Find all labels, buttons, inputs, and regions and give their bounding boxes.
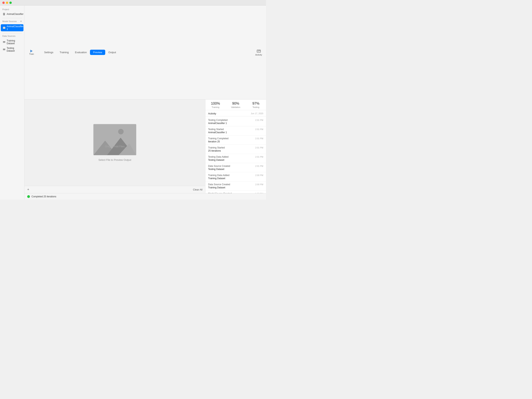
activity-entry-time: 2:01 PM xyxy=(255,119,263,121)
activity-title: Activity xyxy=(208,112,216,115)
play-icon xyxy=(30,50,33,52)
document-icon xyxy=(3,13,6,15)
status-message: Completed 25 iterations xyxy=(32,195,56,198)
testing-dataset-item[interactable]: Testing Dataset xyxy=(1,46,24,53)
tab-output[interactable]: Output xyxy=(105,50,119,55)
add-model-source-button[interactable]: + xyxy=(20,20,22,23)
activity-panel: 100% Training 90% Validation 97% Testing… xyxy=(205,100,266,193)
activity-entry: Testing Data Added 2:01 PM Testing Datas… xyxy=(205,154,266,163)
activity-entry-name: Training Dataset xyxy=(208,177,263,180)
activity-entry-time: 2:00 PM xyxy=(255,174,263,177)
model-icon xyxy=(3,26,6,29)
stat-validation-value: 90% xyxy=(232,101,239,106)
stat-training: 100% Training xyxy=(205,101,226,108)
activity-icon xyxy=(257,49,261,53)
image-placeholder xyxy=(93,124,136,155)
svg-point-7 xyxy=(5,28,5,28)
activity-entry-time: 2:01 PM xyxy=(255,156,263,158)
stat-testing-label: Testing xyxy=(253,106,259,108)
app-body: Project AnimalClassifier Model Sources +… xyxy=(0,6,266,200)
activity-header: Activity Jun 17, 2020 xyxy=(205,110,266,116)
activity-entry-name: Testing Dataset xyxy=(208,168,263,171)
svg-point-5 xyxy=(3,28,4,28)
mountain-shape xyxy=(94,124,136,155)
activity-entry-name: Iteration 25 xyxy=(208,140,263,143)
sidebar-divider-2 xyxy=(2,33,22,33)
stat-testing-value: 97% xyxy=(252,101,259,106)
activity-entry: Data Source Created 2:00 PM Training Dat… xyxy=(205,182,266,191)
drop-zone[interactable]: Select File to Preview Output xyxy=(25,100,205,186)
activity-entry-name: Testing Dataset xyxy=(208,159,263,161)
tab-training[interactable]: Training xyxy=(57,50,72,55)
activity-entry: Training Completed 2:01 PM Iteration 25 xyxy=(205,136,266,145)
stats-bar: 100% Training 90% Validation 97% Testing xyxy=(205,100,266,110)
tab-settings[interactable]: Settings xyxy=(41,50,57,55)
activity-entry-time: 2:01 PM xyxy=(255,165,263,167)
activity-entry-type: Training Started xyxy=(208,146,225,149)
maximize-button[interactable] xyxy=(9,2,12,4)
nav-tabs: Settings Training Evaluation Preview Out… xyxy=(41,50,119,55)
add-files-button[interactable]: + xyxy=(27,188,29,192)
activity-entry: Data Source Created 2:01 PM Testing Data… xyxy=(205,163,266,172)
dataset-icon-2 xyxy=(3,48,6,51)
close-button[interactable] xyxy=(2,2,5,4)
activity-entry-name: 25 iterations xyxy=(208,149,263,152)
activity-entry-type: Training Data Added xyxy=(208,174,229,177)
tab-preview[interactable]: Preview xyxy=(90,50,105,55)
train-button[interactable]: Train xyxy=(26,50,37,55)
activity-entry: Training Data Added 2:00 PM Training Dat… xyxy=(205,172,266,182)
activity-entry-time: 2:00 PM xyxy=(255,183,263,186)
stat-testing: 97% Testing xyxy=(246,101,266,108)
traffic-lights xyxy=(2,2,12,4)
status-bar: Completed 25 iterations xyxy=(25,193,266,200)
stat-validation: 90% Validation xyxy=(226,101,246,108)
activity-button[interactable]: Activity xyxy=(253,49,264,56)
activity-entry-name: Training Dataset xyxy=(208,186,263,189)
project-name: AnimalClassifier xyxy=(7,13,24,15)
activity-entry-name: AnimalClassifier 1 xyxy=(208,131,263,134)
svg-rect-11 xyxy=(3,49,5,49)
model-sources-header: Model Sources + xyxy=(0,20,24,24)
testing-dataset-label: Testing Dataset xyxy=(7,47,21,52)
svg-rect-1 xyxy=(4,13,5,14)
activity-entry-type: Testing Data Added xyxy=(208,156,228,158)
activity-entry-name: AnimalClassifier 1 xyxy=(208,122,263,125)
stat-training-label: Training xyxy=(212,106,219,108)
main-footer: + Clear All xyxy=(25,186,205,193)
model-sources-label: Model Sources xyxy=(2,20,17,23)
project-label: Project xyxy=(0,8,24,12)
drag-text: Drag or Add Files xyxy=(105,145,125,148)
model-source-item[interactable]: AnimalClassifier 1 xyxy=(1,24,24,31)
main-area: Select File to Preview Output Drag or Ad… xyxy=(25,100,205,193)
tab-evaluation[interactable]: Evaluation xyxy=(72,50,90,55)
activity-entry-time: 2:01 PM xyxy=(255,146,263,149)
stat-validation-label: Validation xyxy=(231,106,240,108)
activity-entry: Testing Started 2:01 PM AnimalClassifier… xyxy=(205,126,266,136)
activity-entry-type: Data Source Created xyxy=(208,183,230,186)
activity-entry-type: Testing Started xyxy=(208,128,224,131)
model-source-name: AnimalClassifier 1 xyxy=(7,25,24,31)
title-bar xyxy=(0,0,266,6)
activity-entry: Model Source Created 1:58 PM AnimalClass… xyxy=(205,191,266,193)
svg-rect-9 xyxy=(3,41,5,42)
dataset-icon-1 xyxy=(3,41,6,44)
training-dataset-item[interactable]: Training Dataset xyxy=(1,38,24,45)
stat-training-value: 100% xyxy=(211,101,220,106)
activity-entry-time: 2:01 PM xyxy=(255,137,263,140)
activity-entry-type: Training Completed xyxy=(208,137,228,140)
sidebar-divider-1 xyxy=(2,18,22,18)
sun-shape xyxy=(118,129,124,134)
activity-entry-time: 2:01 PM xyxy=(255,128,263,130)
content-wrapper: Train Settings Training Evaluation Previ… xyxy=(25,6,266,200)
data-sources-label: Data Sources xyxy=(0,35,24,38)
minimize-button[interactable] xyxy=(6,2,8,4)
training-dataset-label: Training Dataset xyxy=(7,39,21,45)
train-label: Train xyxy=(29,53,34,55)
project-item[interactable]: AnimalClassifier xyxy=(1,12,24,16)
activity-entry: Training Started 2:01 PM 25 iterations xyxy=(205,145,266,154)
activity-date: Jun 17, 2020 xyxy=(251,112,263,115)
main-and-activity: Select File to Preview Output Drag or Ad… xyxy=(25,100,266,193)
activity-label: Activity xyxy=(255,54,262,56)
clear-all-button[interactable]: Clear All xyxy=(193,188,203,191)
toolbar: Train Settings Training Evaluation Previ… xyxy=(25,6,266,100)
